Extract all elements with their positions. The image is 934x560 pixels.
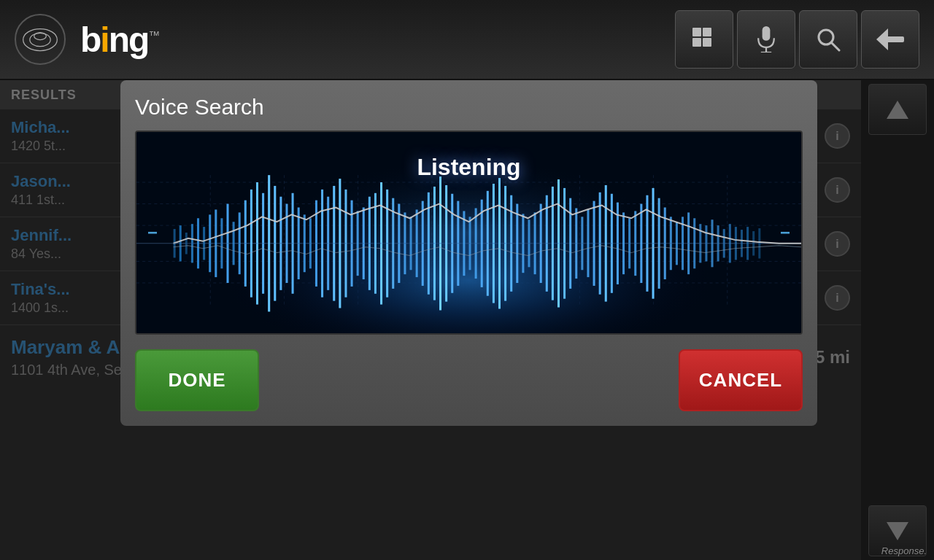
svg-rect-43 (233, 222, 235, 265)
svg-rect-52 (285, 204, 287, 283)
right-indicator: − (780, 222, 790, 243)
svg-rect-97 (552, 187, 554, 300)
svg-rect-115 (658, 198, 660, 289)
svg-rect-103 (587, 209, 589, 277)
main-content-area: RESULTS Micha... 1420 5t... i Jason... 4… (0, 80, 934, 560)
svg-rect-79 (445, 185, 447, 302)
toyota-logo (15, 14, 66, 65)
svg-rect-6 (703, 38, 711, 47)
svg-rect-7 (763, 26, 771, 41)
svg-line-11 (831, 42, 839, 50)
waveform-display: Listening − − (135, 131, 803, 335)
svg-rect-64 (357, 211, 359, 276)
svg-rect-58 (321, 190, 323, 298)
svg-marker-12 (876, 28, 888, 50)
svg-rect-37 (197, 218, 199, 268)
svg-rect-94 (534, 212, 536, 274)
svg-rect-13 (887, 36, 904, 42)
svg-rect-82 (463, 211, 465, 276)
svg-rect-100 (569, 198, 571, 289)
svg-rect-118 (676, 222, 678, 265)
svg-point-2 (34, 32, 47, 39)
svg-rect-112 (640, 204, 642, 283)
done-button[interactable]: DONE (135, 349, 259, 411)
grid-view-button[interactable] (675, 10, 733, 69)
back-button[interactable] (861, 10, 919, 69)
svg-rect-91 (516, 204, 518, 283)
svg-rect-5 (692, 38, 701, 47)
cancel-button[interactable]: CANCEL (679, 349, 803, 411)
svg-rect-124 (711, 219, 714, 267)
svg-rect-61 (339, 179, 341, 308)
svg-rect-67 (374, 193, 377, 294)
svg-rect-127 (729, 224, 731, 262)
svg-rect-130 (746, 227, 749, 260)
microphone-button[interactable] (737, 10, 795, 69)
left-indicator: − (147, 222, 158, 243)
svg-rect-121 (693, 218, 695, 268)
response-watermark: Response. (881, 545, 927, 556)
modal-title: Voice Search (135, 95, 803, 120)
svg-rect-106 (605, 185, 607, 302)
svg-rect-55 (304, 214, 306, 272)
svg-rect-46 (250, 190, 252, 298)
svg-rect-40 (215, 209, 217, 277)
modal-buttons: DONE CANCEL (135, 349, 803, 411)
voice-search-modal: Voice Search Listening − − (120, 80, 817, 426)
svg-rect-88 (498, 178, 501, 308)
svg-rect-109 (622, 212, 625, 274)
svg-rect-34 (180, 225, 182, 261)
modal-overlay: Voice Search Listening − − (0, 80, 934, 560)
listening-text: Listening (417, 154, 520, 181)
svg-rect-3 (692, 28, 701, 36)
search-button[interactable] (799, 10, 857, 69)
svg-rect-73 (410, 217, 412, 270)
bing-logo: bing™ (80, 20, 158, 60)
top-navigation-bar: bing™ (0, 0, 934, 80)
svg-rect-49 (268, 175, 270, 311)
svg-rect-4 (703, 28, 711, 36)
top-icon-group (675, 10, 919, 69)
